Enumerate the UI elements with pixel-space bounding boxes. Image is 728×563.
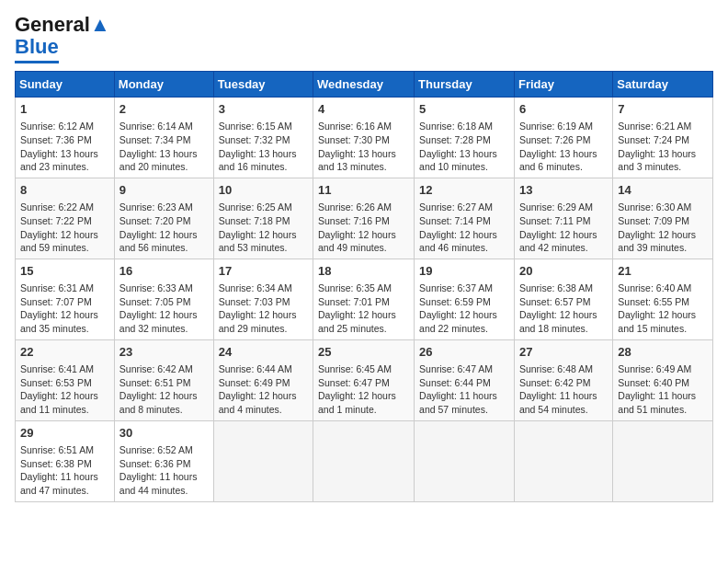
day-number: 7	[618, 101, 708, 118]
day-info: Sunrise: 6:34 AMSunset: 7:03 PMDaylight:…	[219, 282, 308, 336]
calendar-day-cell: 25Sunrise: 6:45 AMSunset: 6:47 PMDayligh…	[313, 339, 415, 420]
calendar-day-cell: 10Sunrise: 6:25 AMSunset: 7:18 PMDayligh…	[213, 178, 313, 259]
day-number: 27	[519, 344, 608, 361]
calendar-day-cell: 26Sunrise: 6:47 AMSunset: 6:44 PMDayligh…	[415, 339, 515, 420]
calendar-day-cell: 20Sunrise: 6:38 AMSunset: 6:57 PMDayligh…	[514, 259, 612, 339]
calendar-day-cell	[415, 420, 515, 501]
day-info: Sunrise: 6:40 AMSunset: 6:55 PMDaylight:…	[618, 282, 708, 336]
day-number: 28	[618, 344, 708, 361]
calendar-day-cell: 28Sunrise: 6:49 AMSunset: 6:40 PMDayligh…	[613, 339, 713, 420]
calendar-day-cell	[213, 420, 313, 501]
day-info: Sunrise: 6:15 AMSunset: 7:32 PMDaylight:…	[219, 120, 308, 174]
day-number: 5	[419, 101, 509, 118]
calendar-day-cell: 8Sunrise: 6:22 AMSunset: 7:22 PMDaylight…	[16, 178, 115, 259]
day-info: Sunrise: 6:21 AMSunset: 7:24 PMDaylight:…	[618, 120, 708, 174]
calendar-day-cell: 1Sunrise: 6:12 AMSunset: 7:36 PMDaylight…	[16, 98, 115, 178]
calendar-day-cell: 22Sunrise: 6:41 AMSunset: 6:53 PMDayligh…	[16, 339, 115, 420]
day-number: 11	[318, 182, 409, 199]
day-number: 25	[318, 344, 409, 361]
day-number: 21	[618, 263, 708, 280]
logo-underline	[15, 61, 59, 63]
day-number: 2	[119, 101, 209, 118]
day-number: 3	[219, 101, 308, 118]
day-info: Sunrise: 6:37 AMSunset: 6:59 PMDaylight:…	[419, 282, 509, 336]
day-number: 13	[519, 182, 608, 199]
day-number: 17	[219, 263, 308, 280]
day-info: Sunrise: 6:41 AMSunset: 6:53 PMDaylight:…	[20, 362, 109, 417]
calendar-day-cell: 3Sunrise: 6:15 AMSunset: 7:32 PMDaylight…	[213, 98, 313, 178]
day-number: 12	[419, 182, 509, 199]
calendar-day-cell: 12Sunrise: 6:27 AMSunset: 7:14 PMDayligh…	[415, 178, 515, 259]
calendar-day-cell: 27Sunrise: 6:48 AMSunset: 6:42 PMDayligh…	[514, 339, 612, 420]
calendar-day-cell: 16Sunrise: 6:33 AMSunset: 7:05 PMDayligh…	[114, 259, 213, 339]
calendar-week-row: 29Sunrise: 6:51 AMSunset: 6:38 PMDayligh…	[16, 420, 713, 501]
day-number: 26	[419, 344, 509, 361]
day-of-week-header: Sunday	[16, 72, 115, 98]
calendar-day-cell: 24Sunrise: 6:44 AMSunset: 6:49 PMDayligh…	[213, 339, 313, 420]
day-info: Sunrise: 6:47 AMSunset: 6:44 PMDaylight:…	[419, 362, 509, 417]
calendar-day-cell	[313, 420, 415, 501]
day-info: Sunrise: 6:25 AMSunset: 7:18 PMDaylight:…	[219, 201, 308, 255]
day-number: 20	[519, 263, 608, 280]
day-of-week-header: Wednesday	[313, 72, 415, 98]
day-info: Sunrise: 6:23 AMSunset: 7:20 PMDaylight:…	[119, 201, 209, 255]
calendar-day-cell: 7Sunrise: 6:21 AMSunset: 7:24 PMDaylight…	[613, 98, 713, 178]
day-number: 6	[519, 101, 608, 118]
day-number: 9	[119, 182, 209, 199]
calendar-day-cell: 30Sunrise: 6:52 AMSunset: 6:36 PMDayligh…	[114, 420, 213, 501]
day-info: Sunrise: 6:35 AMSunset: 7:01 PMDaylight:…	[318, 282, 409, 336]
day-info: Sunrise: 6:51 AMSunset: 6:38 PMDaylight:…	[20, 443, 109, 498]
day-number: 14	[618, 182, 708, 199]
day-of-week-header: Friday	[514, 72, 612, 98]
day-number: 22	[20, 344, 109, 361]
calendar-day-cell: 17Sunrise: 6:34 AMSunset: 7:03 PMDayligh…	[213, 259, 313, 339]
calendar-day-cell: 14Sunrise: 6:30 AMSunset: 7:09 PMDayligh…	[613, 178, 713, 259]
calendar-day-cell: 29Sunrise: 6:51 AMSunset: 6:38 PMDayligh…	[16, 420, 115, 501]
logo-blue: Blue	[15, 35, 59, 59]
calendar-table: SundayMondayTuesdayWednesdayThursdayFrid…	[15, 71, 713, 502]
day-number: 4	[318, 101, 409, 118]
calendar-week-row: 22Sunrise: 6:41 AMSunset: 6:53 PMDayligh…	[16, 339, 713, 420]
calendar-day-cell: 23Sunrise: 6:42 AMSunset: 6:51 PMDayligh…	[114, 339, 213, 420]
day-info: Sunrise: 6:45 AMSunset: 6:47 PMDaylight:…	[318, 362, 409, 417]
logo-text: General▲	[15, 15, 110, 35]
calendar-day-cell: 21Sunrise: 6:40 AMSunset: 6:55 PMDayligh…	[613, 259, 713, 339]
day-number: 23	[119, 344, 209, 361]
day-of-week-header: Saturday	[613, 72, 713, 98]
calendar-day-cell: 2Sunrise: 6:14 AMSunset: 7:34 PMDaylight…	[114, 98, 213, 178]
day-info: Sunrise: 6:42 AMSunset: 6:51 PMDaylight:…	[119, 362, 209, 417]
calendar-day-cell: 11Sunrise: 6:26 AMSunset: 7:16 PMDayligh…	[313, 178, 415, 259]
day-info: Sunrise: 6:29 AMSunset: 7:11 PMDaylight:…	[519, 201, 608, 255]
calendar-header-row: SundayMondayTuesdayWednesdayThursdayFrid…	[16, 72, 713, 98]
calendar-day-cell: 4Sunrise: 6:16 AMSunset: 7:30 PMDaylight…	[313, 98, 415, 178]
day-number: 10	[219, 182, 308, 199]
calendar-week-row: 1Sunrise: 6:12 AMSunset: 7:36 PMDaylight…	[16, 98, 713, 178]
day-number: 30	[119, 425, 209, 442]
day-info: Sunrise: 6:22 AMSunset: 7:22 PMDaylight:…	[20, 201, 109, 255]
day-number: 18	[318, 263, 409, 280]
day-info: Sunrise: 6:30 AMSunset: 7:09 PMDaylight:…	[618, 201, 708, 255]
day-info: Sunrise: 6:18 AMSunset: 7:28 PMDaylight:…	[419, 120, 509, 174]
day-info: Sunrise: 6:16 AMSunset: 7:30 PMDaylight:…	[318, 120, 409, 174]
day-info: Sunrise: 6:52 AMSunset: 6:36 PMDaylight:…	[119, 443, 209, 498]
day-info: Sunrise: 6:12 AMSunset: 7:36 PMDaylight:…	[20, 120, 109, 174]
day-number: 15	[20, 263, 109, 280]
day-info: Sunrise: 6:14 AMSunset: 7:34 PMDaylight:…	[119, 120, 209, 174]
day-info: Sunrise: 6:31 AMSunset: 7:07 PMDaylight:…	[20, 282, 109, 336]
calendar-day-cell: 13Sunrise: 6:29 AMSunset: 7:11 PMDayligh…	[514, 178, 612, 259]
day-number: 19	[419, 263, 509, 280]
day-number: 24	[219, 344, 308, 361]
logo: General▲ Blue	[15, 15, 110, 63]
day-info: Sunrise: 6:33 AMSunset: 7:05 PMDaylight:…	[119, 282, 209, 336]
day-number: 16	[119, 263, 209, 280]
day-info: Sunrise: 6:27 AMSunset: 7:14 PMDaylight:…	[419, 201, 509, 255]
day-info: Sunrise: 6:48 AMSunset: 6:42 PMDaylight:…	[519, 362, 608, 417]
day-info: Sunrise: 6:19 AMSunset: 7:26 PMDaylight:…	[519, 120, 608, 174]
day-info: Sunrise: 6:49 AMSunset: 6:40 PMDaylight:…	[618, 362, 708, 417]
day-number: 8	[20, 182, 109, 199]
calendar-day-cell: 9Sunrise: 6:23 AMSunset: 7:20 PMDaylight…	[114, 178, 213, 259]
day-of-week-header: Tuesday	[213, 72, 313, 98]
calendar-week-row: 15Sunrise: 6:31 AMSunset: 7:07 PMDayligh…	[16, 259, 713, 339]
calendar-day-cell: 19Sunrise: 6:37 AMSunset: 6:59 PMDayligh…	[415, 259, 515, 339]
calendar-day-cell	[514, 420, 612, 501]
